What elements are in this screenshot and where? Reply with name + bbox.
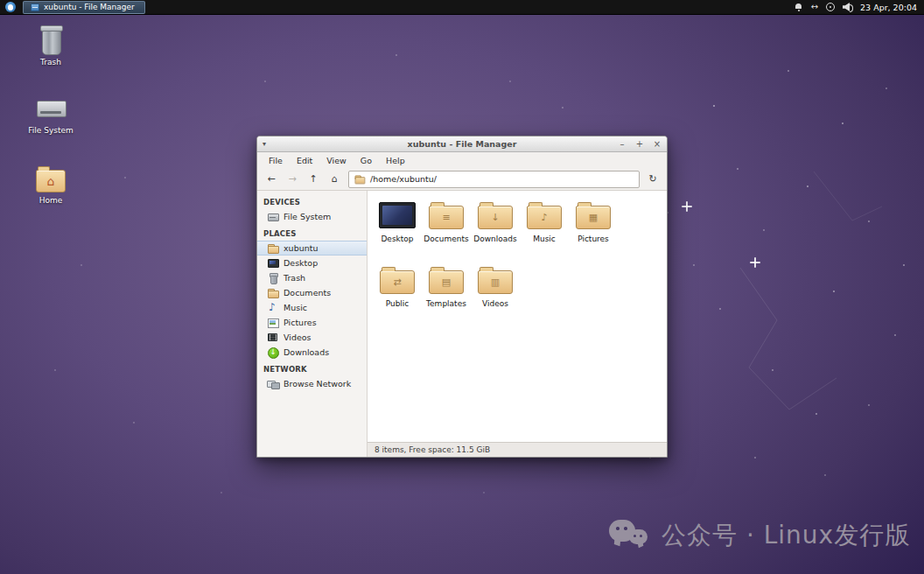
file-templates[interactable]: Templates bbox=[422, 262, 471, 326]
xubuntu-logo-icon bbox=[5, 2, 16, 12]
home-folder-icon bbox=[354, 174, 366, 185]
titlebar[interactable]: ▾ xubuntu - File Manager – + × bbox=[257, 136, 667, 152]
file-icon bbox=[478, 262, 513, 298]
watermark: 公众号 · Linux发行版 bbox=[609, 513, 910, 558]
watermark-text: 公众号 · Linux发行版 bbox=[662, 519, 910, 552]
maximize-button[interactable]: + bbox=[634, 136, 645, 152]
folder-icon bbox=[527, 206, 562, 229]
window-title: xubuntu - File Manager bbox=[257, 136, 667, 152]
sidebar-item-label: Music bbox=[284, 303, 307, 312]
sidebar-item-videos[interactable]: Videos bbox=[257, 330, 367, 345]
folder-icon bbox=[478, 206, 513, 229]
sidebar-item-trash[interactable]: Trash bbox=[257, 270, 367, 285]
volume-icon[interactable] bbox=[843, 3, 853, 11]
desktop-icon-file-system[interactable]: File System bbox=[19, 94, 82, 153]
sidebar-item-file-system[interactable]: File System bbox=[257, 209, 367, 224]
file-public[interactable]: Public bbox=[373, 262, 422, 326]
wechat-icon bbox=[609, 518, 649, 553]
sidebar-section-devices: DEVICES bbox=[257, 192, 367, 209]
desktop-icons: TrashFile SystemHome bbox=[19, 24, 82, 234]
desktop-icon-label: Trash bbox=[40, 58, 61, 66]
menu-go[interactable]: Go bbox=[354, 154, 378, 167]
file-label: Videos bbox=[482, 299, 508, 308]
top-panel: xubuntu - File Manager ↔ 23 Apr, 20:04 bbox=[0, 0, 924, 15]
folder-home-icon bbox=[267, 242, 279, 254]
menu-help[interactable]: Help bbox=[380, 154, 411, 167]
file-label: Documents bbox=[424, 234, 468, 243]
sidebar-item-label: Desktop bbox=[284, 258, 318, 268]
file-manager-icon bbox=[31, 4, 39, 11]
sidebar-item-label: Videos bbox=[284, 332, 312, 342]
menu-edit[interactable]: Edit bbox=[290, 154, 318, 167]
sidebar-item-label: File System bbox=[284, 212, 331, 221]
sidebar-item-label: xubuntu bbox=[284, 243, 318, 253]
trash-icon bbox=[267, 272, 279, 284]
clock[interactable]: 23 Apr, 20:04 bbox=[860, 3, 924, 12]
path-bar[interactable]: /home/xubuntu/ bbox=[348, 171, 640, 188]
minimize-button[interactable]: – bbox=[617, 136, 627, 152]
file-videos[interactable]: Videos bbox=[471, 262, 520, 326]
up-button[interactable]: ↑ bbox=[304, 171, 323, 188]
home-icon bbox=[36, 170, 66, 192]
sparkle-star-icon bbox=[750, 257, 760, 268]
sidebar-item-downloads[interactable]: Downloads bbox=[257, 345, 367, 360]
menu-view[interactable]: View bbox=[320, 154, 353, 167]
sidebar-item-browse-network[interactable]: Browse Network bbox=[257, 376, 367, 391]
desktop-icon-home[interactable]: Home bbox=[19, 164, 82, 223]
taskbar-window-label: xubuntu - File Manager bbox=[44, 3, 135, 11]
file-icon bbox=[379, 198, 416, 233]
download-icon bbox=[267, 346, 279, 358]
trash-icon bbox=[38, 24, 64, 54]
back-button[interactable]: ← bbox=[262, 171, 281, 188]
menu-bar: FileEditViewGoHelp bbox=[257, 152, 667, 168]
file-documents[interactable]: Documents bbox=[422, 198, 471, 261]
menu-file[interactable]: File bbox=[262, 154, 289, 167]
desktop-icon-label: Home bbox=[39, 196, 63, 205]
file-downloads[interactable]: Downloads bbox=[471, 198, 520, 261]
monitor-icon bbox=[379, 202, 416, 228]
close-button[interactable]: × bbox=[652, 136, 662, 152]
taskbar-window-button[interactable]: xubuntu - File Manager bbox=[23, 1, 145, 14]
file-desktop[interactable]: Desktop bbox=[373, 198, 422, 261]
reload-button[interactable]: ↻ bbox=[643, 171, 662, 188]
folder-icon bbox=[576, 206, 611, 229]
sidebar-item-label: Pictures bbox=[284, 318, 317, 327]
toolbar: ← → ↑ ⌂ /home/xubuntu/ ↻ bbox=[257, 168, 667, 191]
desktop-icon-trash[interactable]: Trash bbox=[19, 24, 82, 83]
file-grid: DesktopDocumentsDownloadsMusicPicturesPu… bbox=[368, 191, 667, 442]
folder-icon bbox=[478, 270, 513, 294]
drive-icon bbox=[267, 211, 279, 222]
home-button[interactable]: ⌂ bbox=[325, 171, 344, 188]
system-tray: ↔ bbox=[794, 3, 860, 11]
desktop-icon bbox=[267, 257, 279, 269]
file-label: Pictures bbox=[578, 234, 609, 243]
sidebar-item-xubuntu[interactable]: xubuntu bbox=[257, 241, 367, 256]
network-icon[interactable]: ↔ bbox=[811, 3, 818, 11]
notifications-icon[interactable] bbox=[794, 3, 803, 11]
file-icon bbox=[527, 198, 562, 233]
sidebar-item-desktop[interactable]: Desktop bbox=[257, 256, 367, 270]
sidebar-item-music[interactable]: Music bbox=[257, 300, 367, 315]
desktop-icon-label: File System bbox=[28, 126, 73, 135]
sidebar-item-label: Trash bbox=[284, 273, 305, 283]
status-bar: 8 items, Free space: 11.5 GiB bbox=[368, 442, 667, 457]
image-icon bbox=[267, 317, 279, 328]
music-icon bbox=[267, 302, 279, 313]
sidebar-item-documents[interactable]: Documents bbox=[257, 285, 367, 300]
status-text: 8 items, Free space: 11.5 GiB bbox=[374, 445, 490, 454]
sidebar: DEVICESFile SystemPLACESxubuntuDesktopTr… bbox=[257, 191, 368, 457]
file-pictures[interactable]: Pictures bbox=[569, 198, 618, 261]
file-music[interactable]: Music bbox=[520, 198, 569, 261]
updates-icon[interactable] bbox=[826, 3, 835, 11]
file-icon bbox=[429, 198, 464, 233]
file-label: Desktop bbox=[381, 234, 413, 243]
file-manager-window: ▾ xubuntu - File Manager – + × FileEditV… bbox=[256, 136, 668, 458]
file-label: Downloads bbox=[473, 234, 516, 243]
folder-icon bbox=[380, 270, 415, 294]
forward-button[interactable]: → bbox=[283, 171, 302, 188]
file-icon bbox=[576, 198, 611, 233]
applications-menu-button[interactable] bbox=[0, 0, 21, 15]
file-icon bbox=[478, 198, 513, 233]
sidebar-section-places: PLACES bbox=[257, 224, 367, 241]
sidebar-item-pictures[interactable]: Pictures bbox=[257, 315, 367, 330]
